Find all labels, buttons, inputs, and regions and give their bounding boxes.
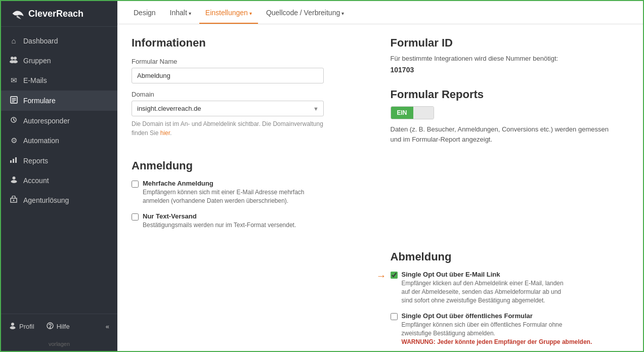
svg-rect-7	[13, 159, 14, 163]
sidebar-item-agenturlosung[interactable]: Agenturlösung	[1, 190, 117, 210]
domain-label: Domain	[132, 91, 370, 98]
collapse-button[interactable]: «	[101, 320, 114, 333]
sidebar-item-label: Reports	[23, 157, 48, 165]
domain-select[interactable]: insight.cleverreach.de	[132, 101, 324, 116]
svg-point-9	[12, 177, 15, 180]
svg-point-12	[13, 200, 15, 201]
sidebar-item-label: Agenturlösung	[23, 196, 69, 204]
svg-point-1	[14, 57, 17, 60]
svg-point-10	[11, 180, 17, 183]
domain-hint: Die Domain ist im An- und Abmeldelink si…	[132, 119, 324, 138]
inhalt-dropdown-icon: ▾	[189, 11, 191, 16]
single-opt-out-email-checkbox[interactable]	[391, 272, 398, 279]
forms-icon	[9, 96, 18, 105]
toggle-wrap: EIN	[391, 106, 629, 119]
account-icon	[9, 176, 18, 185]
nur-text-desc: Bestätigungsmails werden nur im Text-For…	[143, 221, 296, 230]
anmeldung-title: Anmeldung	[132, 159, 370, 172]
formular-id-title: Formular ID	[391, 36, 629, 50]
svg-point-0	[11, 57, 14, 60]
toggle-on-button[interactable]: EIN	[391, 107, 413, 119]
single-opt-out-form-warning: WARNUNG: Jeder könnte jeden Empfänger de…	[402, 338, 592, 345]
mehrfache-anmeldung-desc: Empfängern können sich mit einer E-Mail …	[143, 188, 315, 205]
arrow-indicator-icon: →	[376, 270, 387, 282]
sidebar-item-formulare[interactable]: Formulare	[1, 91, 117, 111]
hilfe-label: Hilfe	[57, 323, 70, 330]
svg-point-14	[10, 326, 16, 329]
single-opt-out-email-item: → Single Opt Out über E-Mail Link Empfän…	[391, 271, 629, 304]
reports-desc: Daten (z. B. Besucher, Anmeldungen, Conv…	[391, 124, 613, 146]
einstellungen-dropdown-icon: ▾	[249, 11, 252, 16]
mehrfache-anmeldung-item: Mehrfache Anmeldung Empfängern können si…	[132, 180, 370, 205]
informationen-section: Informationen Formular Name Domain insig…	[132, 36, 370, 145]
svg-rect-8	[15, 157, 17, 163]
sidebar-item-label: Autoresponder	[23, 117, 70, 125]
main-content: Design Inhalt▾ Einstellungen▾ Quellcode …	[117, 1, 643, 351]
formular-reports-title: Formular Reports	[391, 88, 629, 101]
sidebar-item-label: Formulare	[23, 97, 56, 105]
profil-icon	[9, 322, 16, 331]
sidebar-item-automation[interactable]: ⚙ Automation	[1, 130, 117, 151]
svg-point-3	[13, 60, 18, 63]
profil-button[interactable]: Profil	[4, 319, 39, 334]
domain-select-wrap: insight.cleverreach.de ▼	[132, 101, 324, 116]
svg-point-13	[11, 323, 14, 326]
sidebar: CleverReach ⌂ Dashboard Gruppen ✉ E-Mail…	[1, 1, 117, 351]
sidebar-item-reports[interactable]: Reports	[1, 151, 117, 170]
nur-text-label: Nur Text-Versand	[143, 212, 296, 220]
hilfe-button[interactable]: Hilfe	[41, 319, 75, 334]
single-opt-out-form-desc: Empfänger können sich über ein öffentlic…	[402, 321, 574, 338]
email-icon: ✉	[9, 76, 18, 85]
logo-text: CleverReach	[28, 9, 83, 19]
sidebar-item-label: Account	[23, 177, 49, 185]
abmeldung-section: Abmeldung → Single Opt Out über E-Mail L…	[391, 250, 629, 351]
svg-point-16	[50, 327, 50, 328]
tab-inhalt[interactable]: Inhalt▾	[164, 2, 197, 24]
reports-icon	[9, 156, 18, 165]
abmeldung-title: Abmeldung	[391, 250, 629, 263]
svg-rect-6	[10, 160, 12, 163]
nur-text-item: Nur Text-Versand Bestätigungsmails werde…	[132, 212, 370, 230]
profil-label: Profil	[19, 323, 34, 330]
sidebar-item-gruppen[interactable]: Gruppen	[1, 51, 117, 70]
sidebar-logo: CleverReach	[1, 1, 117, 27]
sidebar-item-label: Gruppen	[23, 57, 51, 65]
reports-toggle[interactable]: EIN	[391, 106, 435, 119]
cleverreach-logo-icon	[9, 8, 25, 19]
vorlagen-label: vorlagen	[1, 339, 117, 351]
domain-hint-link[interactable]: hier	[160, 129, 170, 137]
dashboard-icon: ⌂	[9, 36, 18, 45]
sidebar-item-label: Automation	[23, 137, 59, 145]
single-opt-out-form-checkbox[interactable]	[391, 313, 398, 320]
sidebar-item-dashboard[interactable]: ⌂ Dashboard	[1, 31, 117, 51]
sidebar-item-emails[interactable]: ✉ E-Mails	[1, 70, 117, 91]
sidebar-item-label: Dashboard	[23, 37, 58, 45]
domain-group: Domain insight.cleverreach.de ▼ Die Doma…	[132, 91, 370, 138]
formular-id-desc: Für bestimmte Integrationen wird diese N…	[391, 54, 629, 64]
single-opt-out-form-item: Single Opt Out über öffentliches Formula…	[391, 312, 629, 346]
informationen-title: Informationen	[132, 36, 370, 50]
autoresponder-icon	[9, 116, 18, 125]
tab-einstellungen[interactable]: Einstellungen▾	[199, 2, 258, 24]
single-opt-out-form-label: Single Opt Out über öffentliches Formula…	[402, 312, 592, 320]
content-area: Informationen Formular Name Domain insig…	[117, 24, 643, 351]
formular-reports-section: Formular Reports EIN Daten (z. B. Besuch…	[391, 88, 629, 146]
formular-id-number: 101703	[391, 66, 629, 74]
sidebar-footer: Profil Hilfe «	[1, 314, 117, 339]
top-navigation: Design Inhalt▾ Einstellungen▾ Quellcode …	[117, 1, 643, 24]
groups-icon	[9, 56, 18, 65]
mehrfache-anmeldung-checkbox[interactable]	[132, 181, 139, 188]
sidebar-item-autoresponder[interactable]: Autoresponder	[1, 111, 117, 130]
single-opt-out-email-desc: Empfänger klicken auf den Abmeldelink ei…	[402, 279, 574, 304]
hilfe-icon	[47, 322, 54, 331]
toggle-off-button[interactable]	[413, 107, 434, 119]
sidebar-nav: ⌂ Dashboard Gruppen ✉ E-Mails Formulare …	[1, 27, 117, 314]
sidebar-item-account[interactable]: Account	[1, 170, 117, 190]
single-opt-out-email-label: Single Opt Out über E-Mail Link	[402, 271, 574, 278]
nur-text-checkbox[interactable]	[132, 213, 139, 221]
tab-design[interactable]: Design	[127, 2, 162, 24]
tab-quellcode[interactable]: Quellcode / Verbreitung▾	[260, 2, 350, 24]
formular-name-input[interactable]	[132, 68, 324, 83]
formular-id-section: Formular ID Für bestimmte Integrationen …	[391, 36, 629, 145]
automation-icon: ⚙	[9, 136, 18, 145]
